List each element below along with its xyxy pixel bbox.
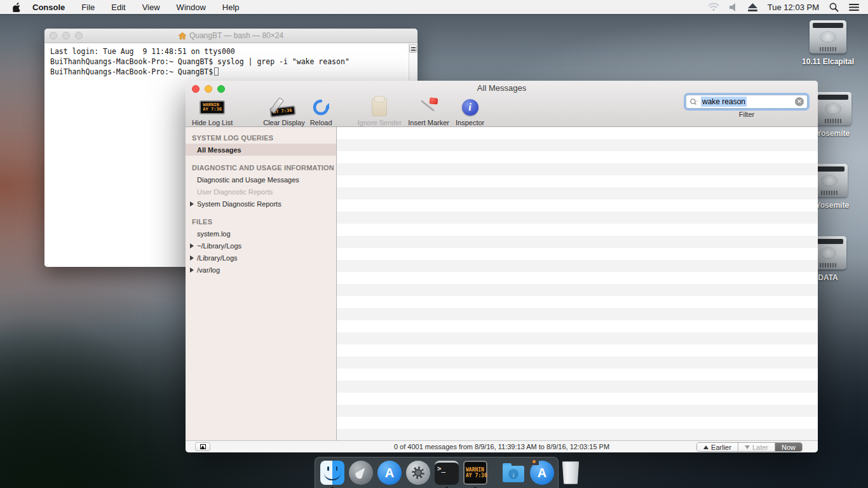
menu-view[interactable]: View xyxy=(142,3,160,12)
apple-menu[interactable] xyxy=(13,3,21,12)
status-bar: 0 of 4001 messages from 8/9/16, 11:39:13… xyxy=(186,440,818,452)
terminal-text: Last login: Tue Aug 9 11:48:51 on ttys00… xyxy=(44,43,417,80)
volume-muted-icon[interactable] xyxy=(729,3,738,11)
search-icon[interactable] xyxy=(689,98,699,106)
menu-edit[interactable]: Edit xyxy=(111,3,125,12)
disclosure-triangle-icon[interactable] xyxy=(190,243,194,248)
sidebar-item-user-library-logs[interactable]: ~/Library/Logs xyxy=(186,240,336,252)
dock-item-system-preferences[interactable] xyxy=(406,461,430,485)
reload-button[interactable]: Reload xyxy=(310,95,332,126)
log-list-icon: WARNIN AY 7:36 xyxy=(200,100,225,114)
terminal-title: QuangBT — bash — 80×24 xyxy=(44,31,417,40)
terminal-cursor xyxy=(214,67,219,76)
menu-window[interactable]: Window xyxy=(177,3,206,12)
menu-help[interactable]: Help xyxy=(222,3,240,12)
section-header: SYSTEM LOG QUERIES xyxy=(186,132,336,144)
time-nav-segmented-control: Earlier Later Now xyxy=(696,442,803,452)
log-list-sidebar: SYSTEM LOG QUERIES All Messages DIAGNOST… xyxy=(186,127,337,440)
app-store-icon: A xyxy=(377,461,402,485)
trash-icon xyxy=(561,461,580,484)
sidebar-item-var-log[interactable]: /var/log xyxy=(186,264,336,276)
clear-display-button[interactable]: AY 7:36 Clear Display xyxy=(263,95,304,126)
close-button[interactable] xyxy=(192,85,200,93)
hide-log-list-button[interactable]: WARNIN AY 7:36 Hide Log List xyxy=(192,95,233,126)
terminal-icon: >_ xyxy=(435,461,459,485)
launchpad-icon xyxy=(349,461,373,485)
sidebar-item-system-log[interactable]: system.log xyxy=(186,227,336,240)
status-message: 0 of 4001 messages from 8/9/16, 11:39:13… xyxy=(394,443,609,451)
dock-item-downloads[interactable]: ↓ xyxy=(501,461,526,485)
eject-icon[interactable] xyxy=(748,3,757,11)
menu-clock[interactable]: Tue 12:03 PM xyxy=(768,3,819,12)
console-icon: WARNIN AY 7:36 xyxy=(463,461,487,485)
filter-group: wake reason ✕ Filter xyxy=(686,95,808,118)
dock-item-console[interactable]: WARNIN AY 7:36 xyxy=(463,461,487,485)
up-triangle-icon xyxy=(703,445,709,449)
dock: A >_ WARNIN AY 7:36 ↓ A xyxy=(315,457,559,488)
drive-elcapitan[interactable]: 10.11 Elcapital xyxy=(793,20,863,66)
disclosure-triangle-icon[interactable] xyxy=(190,201,194,207)
filter-value[interactable]: wake reason xyxy=(701,97,747,107)
ignore-sender-icon xyxy=(372,98,387,116)
filter-label: Filter xyxy=(739,111,754,118)
dock-item-finder[interactable] xyxy=(320,461,344,485)
zoom-button[interactable] xyxy=(217,85,225,93)
insert-marker-button[interactable]: Insert Marker xyxy=(408,95,449,126)
sidebar-item-user-diagnostic-reports: User Diagnostic Reports xyxy=(186,186,336,198)
app-menu-console[interactable]: Console xyxy=(32,3,65,12)
later-button: Later xyxy=(738,443,775,451)
toolbar: WARNIN AY 7:36 Hide Log List AY 7:36 Cle… xyxy=(186,93,818,126)
spotlight-icon[interactable] xyxy=(829,3,839,12)
home-proxy-icon xyxy=(179,32,186,39)
filter-input[interactable]: wake reason ✕ xyxy=(686,95,808,109)
down-triangle-icon xyxy=(745,445,750,449)
inspector-button[interactable]: i Inspector xyxy=(456,95,484,126)
disclosure-triangle-icon[interactable] xyxy=(190,268,194,273)
marker-icon xyxy=(200,444,206,449)
clear-filter-icon[interactable]: ✕ xyxy=(795,97,804,106)
console-traffic-lights[interactable] xyxy=(192,85,225,93)
wifi-icon[interactable] xyxy=(708,3,719,11)
dock-item-trash[interactable] xyxy=(559,461,583,485)
menu-bar: Console File Edit View Window Help Tue 1… xyxy=(0,0,868,14)
console-titlebar[interactable]: All Messages WARNIN AY 7:36 Hide Log Lis… xyxy=(186,81,818,127)
badge-icon xyxy=(531,459,539,465)
section-header: DIAGNOSTIC AND USAGE INFORMATION xyxy=(186,162,336,173)
finder-icon xyxy=(320,461,344,485)
dock-item-app-store-alt[interactable]: A xyxy=(530,461,554,485)
insert-marker-icon xyxy=(419,97,438,118)
terminal-titlebar[interactable]: QuangBT — bash — 80×24 xyxy=(44,29,417,43)
ignore-sender-button: Ignore Sender xyxy=(358,95,402,126)
clear-display-icon: AY 7:36 xyxy=(273,97,295,118)
dock-item-launchpad[interactable] xyxy=(349,461,373,485)
jump-to-marker-button[interactable] xyxy=(195,442,210,451)
minimize-button[interactable] xyxy=(205,85,212,93)
sidebar-item-diagnostic-messages[interactable]: Diagnostic and Usage Messages xyxy=(186,173,336,186)
apple-icon xyxy=(13,3,21,12)
downloads-folder-icon: ↓ xyxy=(501,461,526,485)
desktop: 10.11 Elcapital Yosemite 4 Yosemite DATA… xyxy=(0,0,868,488)
drive-label: 10.11 Elcapital xyxy=(793,57,863,66)
reload-icon xyxy=(312,98,330,116)
inspector-icon: i xyxy=(462,99,478,116)
menu-file[interactable]: File xyxy=(81,3,95,12)
dock-item-terminal[interactable]: >_ xyxy=(435,461,459,485)
system-preferences-icon xyxy=(406,461,430,485)
sidebar-item-system-diagnostic-reports[interactable]: System Diagnostic Reports xyxy=(186,198,336,210)
hard-drive-icon xyxy=(815,92,851,125)
window-title: All Messages xyxy=(186,81,818,93)
console-window[interactable]: All Messages WARNIN AY 7:36 Hide Log Lis… xyxy=(186,81,818,452)
log-message-table[interactable] xyxy=(337,127,818,440)
sidebar-item-library-logs[interactable]: /Library/Logs xyxy=(186,252,336,264)
sidebar-item-all-messages[interactable]: All Messages xyxy=(186,144,336,156)
section-header: FILES xyxy=(186,216,336,227)
dock-item-app-store[interactable]: A xyxy=(377,461,402,485)
hard-drive-icon xyxy=(810,20,846,53)
split-pane-button[interactable] xyxy=(409,44,417,53)
now-button[interactable]: Now xyxy=(775,443,802,451)
disclosure-triangle-icon[interactable] xyxy=(190,255,194,261)
earlier-button[interactable]: Earlier xyxy=(697,443,738,451)
notification-center-icon[interactable] xyxy=(849,3,859,11)
